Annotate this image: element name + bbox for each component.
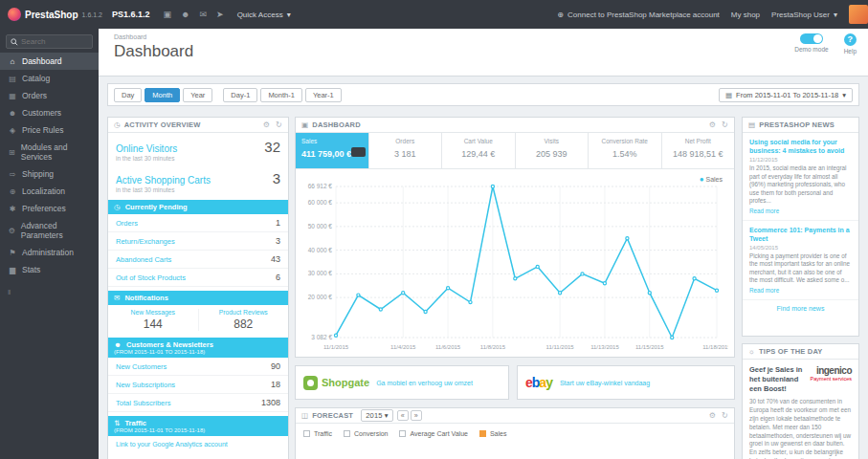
- kpi-orders[interactable]: Orders 3 181: [369, 133, 443, 168]
- customers-newsletters-subtitle: (FROM 2015-11-01 TO 2015-11-18): [114, 349, 282, 355]
- envelope-icon: ✉: [114, 294, 120, 302]
- customers-row-new-subscriptions[interactable]: New Subscriptions 18: [108, 376, 288, 394]
- store-icon[interactable]: ▣: [164, 10, 172, 19]
- chevron-down-icon: ▾: [287, 11, 291, 19]
- chart-legend[interactable]: ● Sales: [700, 175, 723, 184]
- filter-year-1-button[interactable]: Year-1: [305, 88, 342, 102]
- filter-day-1-button[interactable]: Day-1: [223, 88, 257, 102]
- demo-mode-toggle[interactable]: [800, 33, 823, 44]
- sidebar-menu: ⌂Dashboard ▤Catalog ▦Orders ☻Customers ◈…: [0, 53, 99, 278]
- dashboard-panel: ▣ DASHBOARD ⚙ ↻ Sales 411 759,00 € Order…: [295, 117, 735, 358]
- read-more-link[interactable]: Read more: [749, 208, 852, 214]
- product-reviews-stat[interactable]: Product Reviews 882: [199, 309, 289, 331]
- sidebar-item-customers[interactable]: ☻Customers: [0, 104, 99, 121]
- svg-text:66 912 €: 66 912 €: [308, 183, 333, 189]
- find-more-news-link[interactable]: Find more news: [743, 300, 858, 317]
- row-label: Abandoned Carts: [116, 255, 171, 264]
- kpi-cart-value[interactable]: Cart Value 129,44 €: [442, 133, 516, 168]
- kpi-net-profit[interactable]: Net Profit 148 918,51 €: [662, 133, 735, 168]
- customers-row-new-customers[interactable]: New Customers 90: [108, 358, 288, 376]
- sidebar-item-dashboard[interactable]: ⌂Dashboard: [0, 53, 99, 70]
- dashboard-panel-header: ▣ DASHBOARD ⚙ ↻: [296, 118, 734, 133]
- kpi-conversion-rate[interactable]: Conversion Rate 1.54%: [589, 133, 662, 168]
- gear-icon[interactable]: ⚙: [263, 120, 270, 129]
- news-item-body: Picking a payment provider is one of the…: [749, 252, 852, 285]
- row-label: New Subscriptions: [116, 381, 175, 389]
- row-label: New Customers: [116, 362, 167, 371]
- quick-access-menu[interactable]: Quick Access ▾: [237, 11, 291, 19]
- sidebar-item-preferences[interactable]: ✱Preferences: [0, 200, 99, 217]
- kpi-label: Cart Value: [442, 138, 515, 144]
- help-button[interactable]: ?: [844, 33, 857, 46]
- prestashop-logo-icon: [8, 8, 21, 21]
- shopgate-link[interactable]: Ga mobiel en verhoog uw omzet: [376, 380, 473, 386]
- gear-icon[interactable]: ⚙: [709, 411, 716, 420]
- customers-row-total-subscribers[interactable]: Total Subscribers 1308: [108, 394, 288, 412]
- mail-icon[interactable]: ✉: [200, 10, 208, 19]
- search-input[interactable]: [21, 37, 88, 46]
- next-year-button[interactable]: »: [411, 410, 422, 421]
- online-visitors-label[interactable]: Online Visitors: [116, 143, 177, 154]
- gear-icon[interactable]: ⚙: [709, 120, 716, 129]
- sidebar-collapse-button[interactable]: ‖: [0, 278, 99, 306]
- sidebar-item-modules[interactable]: ⊞Modules and Services: [0, 139, 99, 165]
- forecast-panel: ◫ FORECAST 2015 ▾ « » ⚙ ↻ Traffic Conve: [295, 407, 735, 459]
- page-header: Dashboard Dashboard Demo mode ? Help: [99, 29, 868, 76]
- sidebar-item-price-rules[interactable]: ◈Price Rules: [0, 121, 99, 139]
- refresh-icon[interactable]: ↻: [276, 120, 282, 129]
- refresh-icon[interactable]: ↻: [722, 120, 728, 129]
- kpi-visits[interactable]: Visits 205 939: [516, 133, 590, 168]
- user-icon[interactable]: ☻: [181, 10, 189, 19]
- breadcrumb[interactable]: Dashboard: [114, 33, 868, 40]
- ebay-link[interactable]: Start uw eBay-winkel vandaag: [560, 380, 650, 386]
- forecast-legend-traffic[interactable]: Traffic: [303, 430, 332, 437]
- forecast-year-select[interactable]: 2015 ▾: [361, 409, 392, 422]
- news-item-title[interactable]: Ecommerce 101: Payments in a Tweet: [749, 226, 852, 243]
- kpi-label: Sales: [296, 138, 368, 144]
- sidebar-item-administration[interactable]: ⚑Administration: [0, 244, 99, 261]
- news-item-title[interactable]: Using social media for your business: 4 …: [749, 138, 852, 155]
- filter-day-button[interactable]: Day: [114, 88, 142, 102]
- sidebar-item-catalog[interactable]: ▤Catalog: [0, 70, 99, 87]
- forecast-legend-conversion[interactable]: Conversion: [344, 430, 388, 437]
- marketplace-link[interactable]: ⊕ Connect to PrestaShop Marketplace acco…: [557, 11, 719, 19]
- my-shop-link[interactable]: My shop: [731, 11, 760, 19]
- prestashop-news-panel: ▤ PRESTASHOP NEWS Using social media for…: [742, 117, 859, 337]
- help-control: ? Help: [844, 33, 857, 55]
- filter-month-1-button[interactable]: Month-1: [260, 88, 302, 102]
- new-messages-stat[interactable]: New Messages 144: [108, 309, 199, 331]
- sidebar-item-shipping[interactable]: ⇨Shipping: [0, 165, 99, 183]
- svg-text:11/8/2015: 11/8/2015: [480, 344, 506, 350]
- kpi-sales[interactable]: Sales 411 759,00 €: [296, 133, 369, 168]
- ebay-promo: ebay Start uw eBay-winkel vandaag: [517, 365, 735, 400]
- refresh-icon[interactable]: ↻: [722, 411, 728, 420]
- prestashop-logo[interactable]: PrestaShop 1.6.1.2: [8, 8, 102, 21]
- sidebar-item-advanced-parameters[interactable]: ⚙Advanced Parameters: [0, 217, 99, 244]
- rocket-icon[interactable]: ➤: [216, 10, 224, 19]
- pending-row-abandoned-carts[interactable]: Abandoned Carts 43: [108, 251, 288, 269]
- activity-icon: ◷: [114, 120, 121, 129]
- sidebar-search[interactable]: [6, 34, 93, 49]
- news-item-date: 11/12/2015: [749, 157, 852, 163]
- read-more-link[interactable]: Read more: [749, 287, 852, 294]
- pending-row-out-of-stock[interactable]: Out of Stock Products 6: [108, 269, 288, 287]
- date-range-picker[interactable]: ▦ From 2015-11-01 To 2015-11-18 ▾: [719, 88, 853, 102]
- forecast-legend-sales[interactable]: Sales: [479, 430, 507, 437]
- user-menu[interactable]: PrestaShop User ▾: [771, 11, 837, 19]
- shopgate-name: Shopgate: [322, 377, 369, 388]
- active-carts-label[interactable]: Active Shopping Carts: [116, 175, 211, 186]
- sales-line-chart[interactable]: 66 912 €60 000 €50 000 €40 000 €30 000 €…: [300, 171, 728, 353]
- checkbox-checked-icon: [479, 430, 486, 437]
- filter-year-button[interactable]: Year: [183, 88, 212, 102]
- forecast-legend-average-cart-value[interactable]: Average Cart Value: [399, 430, 467, 437]
- filter-month-button[interactable]: Month: [145, 88, 180, 102]
- pending-row-returns[interactable]: Return/Exchanges 3: [108, 232, 288, 251]
- avatar[interactable]: [849, 5, 868, 24]
- sidebar-item-orders[interactable]: ▦Orders: [0, 87, 99, 104]
- sidebar-item-stats[interactable]: ▆Stats: [0, 261, 99, 278]
- pending-row-orders[interactable]: Orders 1: [108, 214, 288, 232]
- google-analytics-link[interactable]: Link to your Google Analytics account: [108, 436, 288, 452]
- sidebar-item-localization[interactable]: ⊕Localization: [0, 183, 99, 200]
- prev-year-button[interactable]: «: [397, 410, 409, 421]
- news-item: Using social media for your business: 4 …: [743, 133, 858, 221]
